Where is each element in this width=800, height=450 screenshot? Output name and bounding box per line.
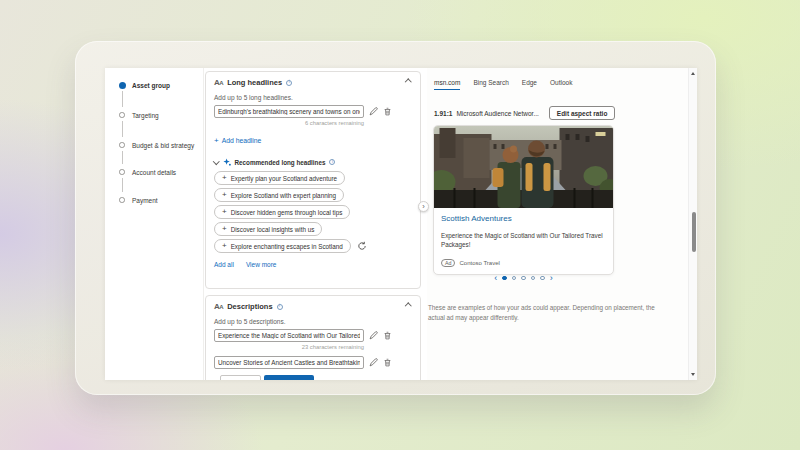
pagination-dot[interactable] — [521, 276, 526, 281]
step-dot — [118, 196, 126, 204]
preview-pagination: ‹ › — [433, 274, 614, 282]
pagination-dot[interactable] — [502, 276, 507, 281]
headline-input-row — [214, 105, 412, 118]
suggestion-label: Discover local insights with us — [231, 226, 315, 233]
step-dot — [118, 111, 126, 119]
text-icon — [214, 302, 223, 311]
suggestion-chip[interactable]: Explore enchanting escapes in Scotland — [214, 239, 351, 253]
pagination-dot[interactable] — [540, 276, 545, 281]
tab-edge[interactable]: Edge — [522, 79, 537, 90]
preview-disclaimer: These are examples of how your ads could… — [428, 303, 660, 323]
rewrite-icon[interactable] — [369, 331, 378, 340]
sidebar-divider — [203, 68, 204, 380]
suggestion-chip[interactable]: Discover hidden gems through local tips — [214, 205, 350, 219]
sparkle-icon — [223, 158, 231, 166]
suggestion-chip[interactable]: Expertly plan your Scotland adventure — [214, 171, 345, 185]
add-headline-button[interactable]: Add headline — [214, 137, 261, 144]
aspect-ratio-value: 1.91:1 — [434, 110, 452, 117]
step-connector — [122, 178, 123, 192]
step-connector — [122, 91, 123, 107]
chevron-up-icon[interactable] — [405, 79, 411, 85]
pagination-dot[interactable] — [512, 276, 517, 281]
characters-remaining: 23 characters remaining — [214, 344, 364, 350]
previous-preview-icon[interactable]: ‹ — [494, 274, 497, 282]
refresh-icon[interactable] — [357, 241, 367, 251]
plus-icon — [214, 138, 219, 144]
step-label: Account details — [132, 169, 176, 176]
tab-outlook[interactable]: Outlook — [550, 79, 572, 90]
plus-icon — [222, 209, 227, 215]
step-label: Asset group — [132, 82, 170, 89]
scroll-down-arrow-icon[interactable] — [691, 373, 695, 376]
page-background: Asset group Targeting Budget & bid strat… — [0, 0, 800, 450]
section-title: Descriptions — [227, 302, 272, 311]
instruction-text: Add up to 5 descriptions. — [214, 318, 412, 325]
plus-icon — [222, 192, 227, 198]
tab-bing-search[interactable]: Bing Search — [473, 79, 508, 90]
long-headline-input[interactable] — [214, 105, 364, 118]
rewrite-icon[interactable] — [369, 358, 378, 367]
description-input-1[interactable] — [214, 329, 364, 342]
vertical-scrollbar[interactable] — [688, 68, 697, 380]
tab-msn[interactable]: msn.com — [434, 79, 460, 90]
suggestion-chip[interactable]: Discover local insights with us — [214, 222, 322, 236]
ad-preview-panel: msn.com Bing Search Edge Outlook 1.91:1 … — [427, 68, 688, 380]
pagination-dot[interactable] — [531, 276, 536, 281]
step-label: Targeting — [132, 112, 159, 119]
preview-tabs: msn.com Bing Search Edge Outlook — [434, 79, 572, 90]
suggestion-actions: Add all View more — [214, 261, 412, 268]
description-input-2[interactable] — [214, 356, 364, 369]
instruction-text: Add up to 5 long headlines. — [214, 94, 412, 101]
step-label: Payment — [132, 197, 158, 204]
add-all-link[interactable]: Add all — [214, 261, 234, 268]
scrollbar-thumb[interactable] — [692, 212, 696, 252]
next-button-clipped[interactable] — [264, 375, 314, 380]
section-title: Long headlines — [227, 78, 282, 87]
plus-icon — [222, 243, 227, 249]
edit-aspect-ratio-button[interactable]: Edit aspect ratio — [549, 106, 616, 120]
suggestion-label: Explore enchanting escapes in Scotland — [231, 243, 343, 250]
next-preview-icon[interactable]: › — [550, 274, 553, 282]
description-input-row — [214, 356, 412, 369]
suggestion-label: Expertly plan your Scotland adventure — [231, 175, 337, 182]
ad-description: Experience the Magic of Scotland with Ou… — [441, 232, 606, 250]
info-icon[interactable] — [329, 159, 335, 165]
step-dot — [118, 168, 126, 176]
stepper-item-account-details[interactable]: Account details — [118, 167, 176, 177]
ad-card-body: Scottish Adventures Experience the Magic… — [434, 208, 613, 274]
ad-headline-link[interactable]: Scottish Adventures — [441, 214, 606, 223]
stepper-item-payment[interactable]: Payment — [118, 195, 158, 205]
delete-icon[interactable] — [383, 107, 392, 116]
step-label: Budget & bid strategy — [132, 142, 194, 149]
scroll-up-arrow-icon[interactable] — [691, 72, 695, 75]
chevron-up-icon[interactable] — [405, 303, 411, 309]
view-more-link[interactable]: View more — [246, 261, 277, 268]
description-input-row — [214, 329, 412, 342]
delete-icon[interactable] — [383, 358, 392, 367]
ad-image-couple-edinburgh — [434, 126, 613, 208]
back-button-clipped[interactable] — [220, 375, 261, 380]
stepper-item-targeting[interactable]: Targeting — [118, 110, 159, 120]
suggestion-label: Discover hidden gems through local tips — [231, 209, 343, 216]
step-dot — [118, 141, 126, 149]
plus-icon — [222, 226, 227, 232]
info-icon[interactable] — [277, 304, 283, 310]
rewrite-icon[interactable] — [369, 107, 378, 116]
chevron-down-icon[interactable] — [213, 158, 219, 164]
info-icon[interactable] — [286, 80, 292, 86]
advertiser-name: Contoso Travel — [459, 260, 499, 266]
step-connector — [122, 121, 123, 137]
app-screen: Asset group Targeting Budget & bid strat… — [105, 68, 697, 380]
panel-collapse-button[interactable] — [418, 201, 429, 212]
characters-remaining: 6 characters remaining — [214, 120, 364, 126]
step-connector — [122, 151, 123, 164]
ad-attribution-row: Ad Contoso Travel — [441, 259, 606, 268]
long-headlines-card: Long headlines Add up to 5 long headline… — [205, 71, 421, 289]
text-icon — [214, 78, 223, 87]
delete-icon[interactable] — [383, 331, 392, 340]
plus-icon — [222, 175, 227, 181]
stepper-item-asset-group[interactable]: Asset group — [118, 80, 170, 90]
suggestion-chip[interactable]: Explore Scotland with expert planning — [214, 188, 344, 202]
step-dot-active — [118, 81, 126, 89]
stepper-item-budget[interactable]: Budget & bid strategy — [118, 140, 194, 150]
